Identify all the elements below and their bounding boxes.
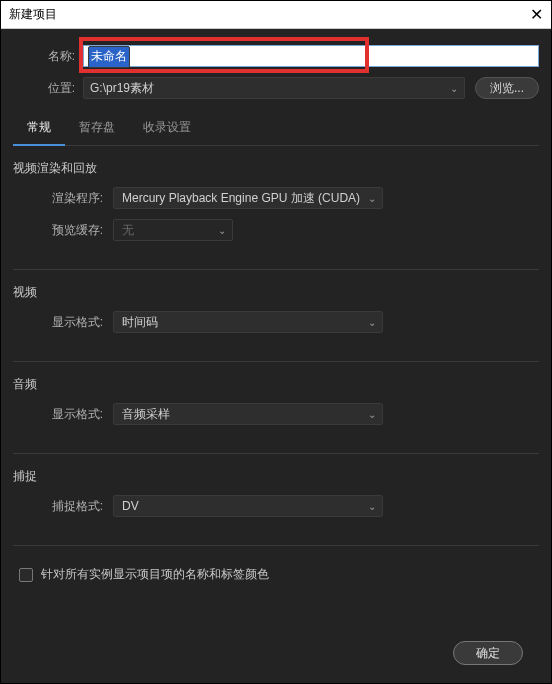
chevron-down-icon: ⌄ xyxy=(368,501,376,512)
window-title: 新建项目 xyxy=(9,6,503,23)
group-audio-title: 音频 xyxy=(13,376,539,393)
group-render: 视频渲染和回放 渲染程序: Mercury Playback Engine GP… xyxy=(13,160,539,251)
audio-format-label: 显示格式: xyxy=(23,406,113,423)
checkbox-row[interactable]: 针对所有实例显示项目项的名称和标签颜色 xyxy=(19,566,539,583)
group-capture-title: 捕捉 xyxy=(13,468,539,485)
separator xyxy=(13,453,539,454)
name-selected-text: 未命名 xyxy=(88,46,130,68)
group-video: 视频 显示格式: 时间码 ⌄ xyxy=(13,284,539,343)
audio-format-select[interactable]: 音频采样 ⌄ xyxy=(113,403,383,425)
separator xyxy=(13,361,539,362)
tab-scratch[interactable]: 暂存盘 xyxy=(65,113,129,145)
project-name-input[interactable]: 未命名 xyxy=(83,45,539,67)
checkbox-icon[interactable] xyxy=(19,568,33,582)
capture-format-label: 捕捉格式: xyxy=(23,498,113,515)
checkbox-label: 针对所有实例显示项目项的名称和标签颜色 xyxy=(41,566,269,583)
location-label: 位置: xyxy=(13,80,83,97)
titlebar: 新建项目 ✕ xyxy=(1,1,551,29)
preview-cache-select: 无 ⌄ xyxy=(113,219,233,241)
chevron-down-icon: ⌄ xyxy=(368,193,376,204)
tab-general[interactable]: 常规 xyxy=(13,113,65,146)
location-select[interactable]: G:\pr19素材 ⌄ xyxy=(83,77,465,99)
video-format-select[interactable]: 时间码 ⌄ xyxy=(113,311,383,333)
preview-cache-label: 预览缓存: xyxy=(23,222,113,239)
group-capture: 捕捉 捕捉格式: DV ⌄ xyxy=(13,468,539,527)
field-video-format: 显示格式: 时间码 ⌄ xyxy=(23,311,539,333)
browse-button[interactable]: 浏览... xyxy=(475,77,539,99)
field-render-engine: 渲染程序: Mercury Playback Engine GPU 加速 (CU… xyxy=(23,187,539,209)
group-video-title: 视频 xyxy=(13,284,539,301)
name-input-wrap: 未命名 xyxy=(83,45,539,67)
capture-format-select[interactable]: DV ⌄ xyxy=(113,495,383,517)
new-project-dialog: 新建项目 ✕ 名称: 未命名 位置: G:\pr19素材 ⌄ 浏览... 常规 xyxy=(0,0,552,684)
close-icon[interactable]: ✕ xyxy=(503,5,543,24)
chevron-down-icon: ⌄ xyxy=(218,225,226,236)
chevron-down-icon: ⌄ xyxy=(368,317,376,328)
tab-ingest[interactable]: 收录设置 xyxy=(129,113,205,145)
render-engine-select[interactable]: Mercury Playback Engine GPU 加速 (CUDA) ⌄ xyxy=(113,187,383,209)
field-capture-format: 捕捉格式: DV ⌄ xyxy=(23,495,539,517)
render-engine-label: 渲染程序: xyxy=(23,190,113,207)
chevron-down-icon: ⌄ xyxy=(368,409,376,420)
chevron-down-icon: ⌄ xyxy=(450,83,458,94)
dialog-body: 名称: 未命名 位置: G:\pr19素材 ⌄ 浏览... 常规 暂存盘 收录设… xyxy=(1,29,551,683)
separator xyxy=(13,269,539,270)
group-render-title: 视频渲染和回放 xyxy=(13,160,539,177)
field-preview-cache: 预览缓存: 无 ⌄ xyxy=(23,219,539,241)
location-row: 位置: G:\pr19素材 ⌄ 浏览... xyxy=(13,77,539,99)
video-format-label: 显示格式: xyxy=(23,314,113,331)
name-label: 名称: xyxy=(13,48,83,65)
tabs: 常规 暂存盘 收录设置 xyxy=(13,113,539,146)
field-audio-format: 显示格式: 音频采样 ⌄ xyxy=(23,403,539,425)
group-audio: 音频 显示格式: 音频采样 ⌄ xyxy=(13,376,539,435)
location-value: G:\pr19素材 xyxy=(90,80,154,97)
footer: 确定 xyxy=(13,627,539,683)
separator xyxy=(13,545,539,546)
name-row: 名称: 未命名 xyxy=(13,45,539,67)
ok-button[interactable]: 确定 xyxy=(453,641,523,665)
